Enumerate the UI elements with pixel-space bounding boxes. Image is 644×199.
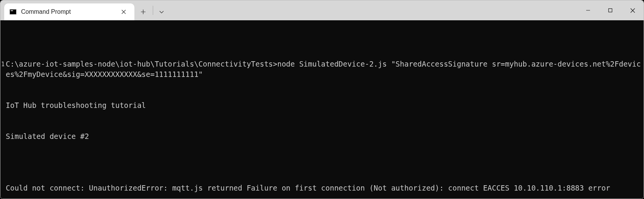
minimize-icon: [586, 8, 590, 13]
tab-dropdown-button[interactable]: [154, 3, 169, 20]
close-icon: [121, 10, 126, 14]
terminal-line: IoT Hub troubleshooting tutorial: [6, 100, 644, 111]
window-controls: [577, 0, 644, 20]
tab-command-prompt[interactable]: Command Prompt: [4, 3, 134, 20]
close-icon: [630, 8, 635, 13]
terminal-line: Simulated device #2: [6, 131, 644, 142]
maximize-button[interactable]: [599, 0, 621, 20]
new-tab-button[interactable]: [134, 3, 152, 20]
chevron-down-icon: [159, 9, 164, 15]
svg-rect-5: [609, 9, 612, 12]
minimize-button[interactable]: [577, 0, 599, 20]
tab-divider: [153, 6, 153, 15]
terminal-icon: [10, 9, 16, 15]
gutter-mark: 1: [1, 59, 5, 70]
terminal-line: C:\azure-iot-samples-node\iot-hub\Tutori…: [6, 59, 644, 80]
terminal-output[interactable]: 1 C:\azure-iot-samples-node\iot-hub\Tuto…: [0, 20, 644, 199]
plus-icon: [141, 9, 146, 15]
terminal-line: Could not connect: UnauthorizedError: mq…: [6, 183, 644, 193]
maximize-icon: [608, 8, 613, 13]
tab-title: Command Prompt: [21, 8, 114, 15]
window-titlebar: Command Prompt: [0, 0, 644, 20]
titlebar-drag-area[interactable]: [169, 0, 577, 20]
window-close-button[interactable]: [621, 0, 644, 20]
tab-close-button[interactable]: [118, 7, 129, 17]
